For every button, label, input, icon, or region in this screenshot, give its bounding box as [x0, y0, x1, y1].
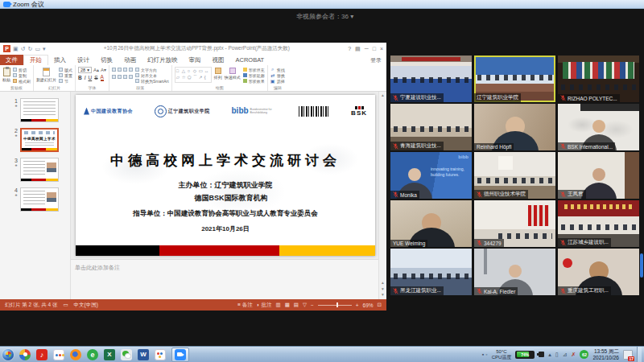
participant-tile[interactable]: 宁夏建设职业技... [390, 56, 472, 102]
bold-button[interactable]: B [78, 75, 82, 80]
line-spacing-icon[interactable] [129, 68, 133, 72]
help-icon[interactable]: ? [348, 46, 351, 52]
zoom-taskbar-button-active[interactable] [171, 348, 189, 362]
network-icon[interactable]: ⊿ [563, 352, 568, 358]
save-icon[interactable]: ▣ [13, 46, 19, 51]
thumbnail-4[interactable]: 4★ [0, 187, 70, 212]
select-button[interactable]: ▣选择 [270, 78, 285, 84]
tray-expand-chevron[interactable]: ▴ [548, 352, 551, 358]
redo-icon[interactable]: ↻ [28, 46, 33, 51]
nonvideo-participants-toggle[interactable]: 非视频参会者：36 ▾ [296, 12, 353, 21]
notes-toggle[interactable]: ≡ 备注 [237, 302, 253, 309]
battery-indicator[interactable]: 74% [515, 351, 535, 359]
green-browser-icon[interactable]: e [87, 349, 98, 360]
show-desktop-button[interactable] [637, 347, 642, 362]
align-center-icon[interactable] [118, 75, 122, 79]
notes-pane[interactable]: 单击此处添加备注 [71, 259, 378, 299]
align-left-icon[interactable] [112, 75, 116, 79]
qat-customize-icon[interactable]: ▾ [43, 46, 46, 51]
tab-animations[interactable]: 动画 [118, 55, 142, 65]
action-center-icon[interactable]: ▯ [555, 352, 559, 358]
ribbon-options-icon[interactable]: ▤ [355, 46, 361, 52]
tab-review[interactable]: 审阅 [184, 55, 207, 65]
participant-tile[interactable]: RIZHAO POLYTEC... [558, 56, 639, 102]
text-direction-button[interactable]: 文字方向 [135, 67, 169, 72]
tab-design[interactable]: 设计 [72, 55, 95, 65]
bullets-icon[interactable] [112, 68, 116, 72]
participant-tile[interactable]: 344279 [474, 200, 555, 247]
shrink-font-button[interactable]: A▾ [101, 67, 106, 72]
participant-tile[interactable]: Kai-A. Fiedler [474, 249, 555, 295]
maximize-button[interactable]: □ [373, 46, 376, 52]
zoom-in-icon[interactable]: + [356, 302, 359, 308]
paint-icon[interactable] [155, 349, 166, 360]
cut-button[interactable]: 剪切 [13, 67, 31, 72]
start-slideshow-icon[interactable]: ▭ [35, 46, 40, 51]
find-button[interactable]: ⌕查找 [270, 67, 285, 72]
tab-home[interactable]: 开始 [23, 55, 48, 65]
participant-tile[interactable]: 青海建筑职业技... [390, 104, 472, 150]
browser-360-icon[interactable] [53, 349, 64, 360]
thumbnail-1[interactable]: 1★ [0, 98, 70, 122]
participant-tile[interactable]: Reinhard Höpfl [474, 104, 555, 150]
start-button[interactable] [2, 349, 14, 360]
align-right-icon[interactable] [123, 75, 127, 79]
view-slideshow-icon[interactable]: ▽ [303, 302, 307, 308]
scroll-up-icon[interactable]: ▴ [379, 93, 386, 97]
underline-button[interactable]: U [89, 75, 93, 80]
thumbnail-2-selected[interactable]: 2★ 中德高校网上学术交流研讨会 [0, 128, 70, 152]
undo-icon[interactable]: ↺ [21, 46, 26, 51]
section-button[interactable]: 节 [59, 78, 72, 84]
paste-button[interactable]: 粘贴 [2, 67, 10, 82]
shape-fill-button[interactable]: 形状填充 [243, 67, 265, 72]
notification-icon[interactable]: 17 [623, 350, 633, 360]
tab-acrobat[interactable]: ACROBAT [230, 55, 270, 65]
shape-outline-button[interactable]: 形状轮廓 [243, 72, 265, 78]
sign-in-link[interactable]: 登录 [370, 55, 386, 65]
participant-tile[interactable]: 德州职业技术学院 [474, 152, 555, 199]
gallery-scrollbar-thumb[interactable] [640, 253, 643, 278]
quick-styles-button[interactable]: 快速样式 [225, 67, 241, 80]
participant-tile[interactable]: BSK International... [558, 104, 639, 150]
smartart-button[interactable]: 转换为SmartArt [135, 78, 169, 84]
antivirus-pinwheel-icon[interactable] [19, 349, 31, 360]
participant-tile[interactable]: 江苏城乡建设职... [558, 200, 639, 247]
reset-button[interactable]: 重置 [59, 72, 72, 78]
thumbnail-3[interactable]: 3★ [0, 158, 70, 182]
view-normal-icon[interactable]: ▥ [275, 302, 280, 308]
tab-slideshow[interactable]: 幻灯片放映 [142, 55, 184, 65]
participant-tile[interactable]: 重庆建筑工程职... [558, 249, 639, 295]
word-icon[interactable]: W [138, 349, 149, 360]
participant-tile[interactable]: 黑龙江建筑职业... [390, 249, 472, 295]
slide-scrollbar[interactable]: ▴ ▴▾▾ [378, 92, 386, 299]
wechat-icon[interactable] [121, 349, 132, 360]
tab-file[interactable]: 文件 [0, 55, 23, 65]
tab-insert[interactable]: 插入 [48, 55, 72, 65]
comments-toggle[interactable]: ◗ 批注 [257, 302, 272, 309]
tab-view[interactable]: 视图 [207, 55, 230, 65]
indent-icon[interactable] [123, 68, 127, 72]
taskbar-clock[interactable]: 13:55 周二 2021/10/26 [592, 348, 619, 361]
firefox-icon[interactable] [70, 349, 81, 360]
shape-effects-button[interactable]: 形状效果 [243, 78, 265, 84]
italic-button[interactable]: I [85, 75, 86, 80]
font-size-box[interactable]: 28▾ [78, 67, 92, 73]
participant-tile-active-speaker[interactable]: 辽宁建筑职业学院 [474, 56, 555, 102]
powerpoint-app-icon[interactable]: P [3, 45, 10, 52]
numbering-icon[interactable] [118, 68, 122, 72]
view-reading-icon[interactable]: ▤ [294, 302, 299, 308]
justify-icon[interactable] [129, 75, 133, 79]
zoom-slider[interactable] [318, 305, 352, 306]
strikethrough-button[interactable]: S [94, 75, 97, 80]
zoom-percent[interactable]: 69% [363, 302, 374, 308]
grow-font-button[interactable]: A▴ [93, 67, 99, 72]
netease-music-icon[interactable]: ♪ [36, 349, 47, 360]
font-color-button[interactable]: A [101, 74, 104, 81]
zoom-out-icon[interactable]: − [311, 302, 314, 308]
slide-canvas[interactable]: 中国建设教育协会 辽宁建筑职业学院 bibb Bundesinstitut fü… [76, 95, 375, 256]
fit-slide-icon[interactable]: ⊡ [378, 302, 382, 308]
participant-tile[interactable]: YUE Weiming [390, 200, 472, 247]
replace-button[interactable]: ⇄替换 [270, 72, 285, 78]
minimize-button[interactable]: ─ [365, 46, 369, 52]
close-button[interactable]: × [380, 46, 383, 52]
